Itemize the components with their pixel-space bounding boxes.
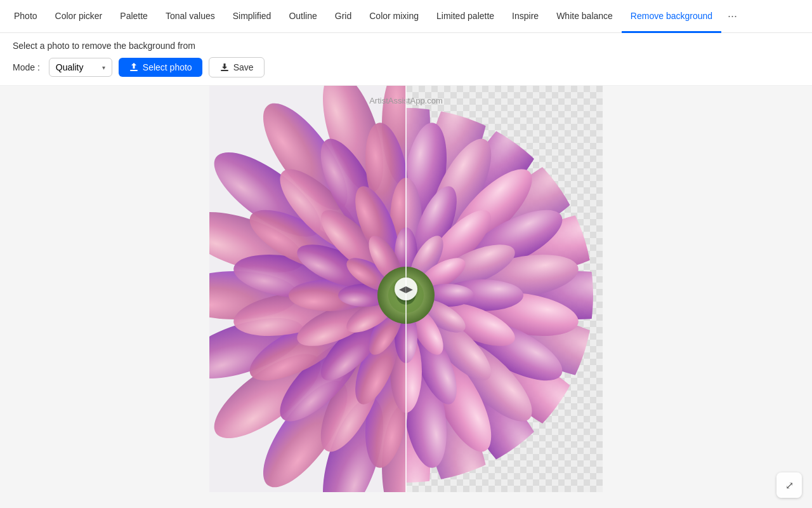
- nav-item-tonal-values[interactable]: Tonal values: [157, 1, 224, 33]
- nav-item-palette[interactable]: Palette: [111, 1, 157, 33]
- removed-bg-side: [406, 86, 603, 492]
- image-area: ArtistAssistApp.com: [0, 86, 812, 508]
- nav-item-outline[interactable]: Outline: [280, 1, 325, 33]
- nav-item-remove-background[interactable]: Remove background: [622, 1, 721, 33]
- nav-item-limited-palette[interactable]: Limited palette: [428, 1, 503, 33]
- save-button[interactable]: Save: [209, 57, 265, 77]
- save-icon: [219, 62, 230, 72]
- toolbar-description: Select a photo to remove the background …: [13, 41, 799, 51]
- fullscreen-button[interactable]: ⤢: [776, 472, 802, 498]
- nav-item-photo[interactable]: Photo: [5, 1, 46, 33]
- comparison-container[interactable]: ◀▶: [209, 86, 603, 492]
- select-photo-button[interactable]: Select photo: [119, 58, 202, 77]
- mode-value: Quality: [56, 62, 84, 72]
- main-content: Select a photo to remove the background …: [0, 33, 812, 508]
- nav-item-color-picker[interactable]: Color picker: [46, 1, 112, 33]
- top-nav: Photo Color picker Palette Tonal values …: [0, 0, 812, 33]
- nav-item-simplified[interactable]: Simplified: [224, 1, 280, 33]
- mode-label: Mode :: [13, 62, 40, 72]
- upload-icon: [129, 62, 139, 72]
- nav-item-grid[interactable]: Grid: [326, 1, 360, 33]
- nav-item-white-balance[interactable]: White balance: [547, 1, 622, 33]
- toolbar-controls: Mode : Quality ▾ Select photo Save: [13, 57, 799, 77]
- comparison-handle[interactable]: ◀▶: [395, 277, 417, 300]
- nav-more-button[interactable]: ···: [721, 0, 743, 32]
- toolbar: Select a photo to remove the background …: [0, 33, 812, 86]
- removed-bg-image: [406, 86, 603, 492]
- fullscreen-icon: ⤢: [785, 479, 794, 491]
- nav-item-inspire[interactable]: Inspire: [503, 1, 547, 33]
- mode-dropdown[interactable]: Quality ▾: [49, 58, 112, 77]
- nav-item-color-mixing[interactable]: Color mixing: [360, 1, 428, 33]
- svg-rect-1: [221, 70, 228, 71]
- svg-rect-0: [130, 70, 138, 71]
- chevron-down-icon: ▾: [102, 64, 105, 71]
